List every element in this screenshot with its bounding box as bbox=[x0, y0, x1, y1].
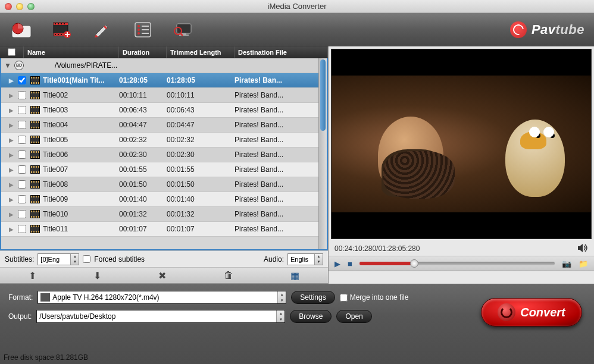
film-icon bbox=[29, 225, 42, 233]
expand-icon[interactable]: ▶ bbox=[1, 181, 15, 188]
svg-rect-8 bbox=[55, 34, 56, 35]
col-trimmed[interactable]: Trimmed Length bbox=[167, 46, 235, 58]
col-duration[interactable]: Duration bbox=[119, 46, 167, 58]
table-row[interactable]: ▶Title00900:01:4000:01:40Pirates! Band..… bbox=[1, 192, 327, 207]
row-checkbox[interactable] bbox=[18, 195, 26, 203]
subtitle-select[interactable]: [0]Eng▲▼ bbox=[37, 253, 79, 265]
edit-button[interactable] bbox=[90, 18, 114, 42]
film-icon bbox=[29, 165, 42, 174]
expand-icon[interactable]: ▶ bbox=[1, 137, 15, 143]
cell-trimmed: 00:06:43 bbox=[167, 106, 235, 114]
settings-button[interactable]: Settings bbox=[291, 291, 334, 304]
video-preview[interactable] bbox=[331, 49, 592, 239]
zoom-window-button[interactable] bbox=[27, 3, 35, 10]
cell-duration: 00:02:30 bbox=[119, 150, 167, 159]
snapshot-folder-button[interactable]: 📁 bbox=[579, 259, 588, 268]
volume-icon[interactable] bbox=[577, 243, 588, 255]
subtitle-row: Subtitles: [0]Eng▲▼ Forced subtitles Aud… bbox=[0, 250, 328, 267]
snapshot-button[interactable]: 📷 bbox=[562, 259, 571, 268]
col-name[interactable]: Name bbox=[24, 46, 119, 58]
expand-icon[interactable]: ▶ bbox=[1, 77, 15, 84]
format-select[interactable]: Apple TV H.264 1280x720(*.m4v) ▲▼ bbox=[37, 291, 286, 304]
play-button[interactable]: ▶ bbox=[334, 259, 340, 268]
row-checkbox[interactable] bbox=[18, 91, 26, 99]
row-checkbox[interactable] bbox=[18, 210, 26, 218]
svg-point-14 bbox=[137, 25, 140, 27]
expand-icon[interactable]: ▶ bbox=[1, 107, 15, 114]
expand-icon[interactable]: ▶ bbox=[1, 122, 15, 128]
col-destination[interactable]: Destination File bbox=[235, 46, 328, 58]
select-all-checkbox[interactable] bbox=[8, 48, 15, 56]
table-row[interactable]: ▶Title00300:06:4300:06:43Pirates! Band..… bbox=[1, 103, 327, 118]
close-window-button[interactable] bbox=[5, 3, 12, 10]
trash-button[interactable]: 🗑 bbox=[224, 270, 233, 281]
row-checkbox[interactable] bbox=[18, 150, 26, 159]
table-row[interactable]: ▶Title00600:02:3000:02:30Pirates! Band..… bbox=[1, 148, 327, 162]
expand-icon[interactable]: ▶ bbox=[1, 226, 15, 233]
scrollbar[interactable] bbox=[318, 58, 327, 249]
cell-trimmed: 00:02:30 bbox=[167, 150, 235, 159]
expand-icon[interactable]: ▶ bbox=[1, 211, 15, 218]
monitor-button[interactable] bbox=[171, 18, 195, 42]
table-row[interactable]: ▶Title00800:01:5000:01:50Pirates! Band..… bbox=[1, 177, 327, 192]
browse-button[interactable]: Browse bbox=[290, 310, 332, 323]
seek-slider[interactable] bbox=[359, 262, 555, 265]
film-icon bbox=[29, 91, 42, 99]
cell-duration: 00:02:32 bbox=[119, 136, 167, 144]
audio-select[interactable]: Englis▲▼ bbox=[287, 253, 323, 265]
row-checkbox[interactable] bbox=[18, 106, 26, 114]
minimize-window-button[interactable] bbox=[16, 3, 23, 10]
subtitle-label: Subtitles: bbox=[5, 255, 34, 263]
clip-button[interactable]: ▦ bbox=[290, 270, 299, 281]
table-row[interactable]: ▶Title01100:01:0700:01:07Pirates! Band..… bbox=[1, 222, 327, 237]
remove-button[interactable]: ✖ bbox=[158, 270, 166, 281]
list-button[interactable] bbox=[131, 18, 155, 42]
table-row[interactable]: ▶Title00400:04:4700:04:47Pirates! Band..… bbox=[1, 118, 327, 133]
expand-icon[interactable]: ▶ bbox=[1, 167, 15, 173]
expand-icon[interactable]: ▶ bbox=[1, 152, 15, 158]
open-button[interactable]: Open bbox=[336, 310, 371, 323]
volume-row[interactable]: ▼ /Volumes/PIRATE... bbox=[1, 58, 327, 73]
table-row[interactable]: ▶Title00200:10:1100:10:11Pirates! Band..… bbox=[1, 88, 327, 103]
row-checkbox[interactable] bbox=[18, 180, 26, 189]
cell-name: Title009 bbox=[42, 195, 119, 203]
table-row[interactable]: ▶Title00500:02:3200:02:32Pirates! Band..… bbox=[1, 133, 327, 148]
playback-controls: ▶ ■ 📷 📁 bbox=[329, 256, 594, 271]
expand-icon[interactable]: ▶ bbox=[1, 196, 15, 203]
row-checkbox[interactable] bbox=[18, 121, 26, 129]
cell-duration: 00:01:50 bbox=[119, 180, 167, 189]
move-up-button[interactable]: ⬆ bbox=[29, 270, 36, 281]
expand-icon[interactable]: ▼ bbox=[1, 61, 14, 70]
expand-icon[interactable]: ▶ bbox=[1, 92, 15, 99]
output-path[interactable]: /Users/pavtube/Desktop ▲▼ bbox=[36, 310, 285, 323]
audio-label: Audio: bbox=[264, 255, 284, 263]
list-actions: ⬆ ⬇ ✖ 🗑 ▦ bbox=[0, 267, 328, 284]
cell-name: Title006 bbox=[42, 150, 119, 159]
cell-trimmed: 00:10:11 bbox=[167, 91, 235, 99]
cell-dest: Pirates! Band... bbox=[235, 121, 327, 129]
stop-button[interactable]: ■ bbox=[348, 259, 352, 268]
move-down-button[interactable]: ⬇ bbox=[93, 270, 101, 281]
table-row[interactable]: ▶Title001(Main Tit...01:28:0501:28:05Pir… bbox=[1, 73, 327, 88]
merge-checkbox[interactable] bbox=[340, 294, 348, 302]
cell-name: Title002 bbox=[42, 91, 119, 99]
add-video-button[interactable] bbox=[50, 18, 74, 42]
row-checkbox[interactable] bbox=[18, 165, 26, 174]
cell-name: Title003 bbox=[42, 106, 119, 114]
row-checkbox[interactable] bbox=[18, 136, 26, 144]
film-icon bbox=[29, 106, 42, 114]
file-list-panel: Name Duration Trimmed Length Destination… bbox=[0, 46, 329, 284]
film-icon bbox=[29, 210, 42, 218]
table-row[interactable]: ▶Title00700:01:5500:01:55Pirates! Band..… bbox=[1, 162, 327, 177]
cell-dest: Pirates! Ban... bbox=[235, 76, 327, 84]
row-checkbox[interactable] bbox=[18, 225, 26, 233]
convert-button[interactable]: Convert bbox=[481, 298, 582, 327]
cell-duration: 00:06:43 bbox=[119, 106, 167, 114]
svg-point-16 bbox=[137, 29, 140, 31]
row-checkbox[interactable] bbox=[18, 76, 26, 84]
forced-subtitles-checkbox[interactable] bbox=[83, 255, 90, 263]
table-row[interactable]: ▶Title01000:01:3200:01:32Pirates! Band..… bbox=[1, 207, 327, 222]
load-disc-button[interactable] bbox=[10, 18, 33, 42]
window-title: iMedia Converter bbox=[268, 2, 327, 11]
cell-dest: Pirates! Band... bbox=[235, 210, 327, 218]
